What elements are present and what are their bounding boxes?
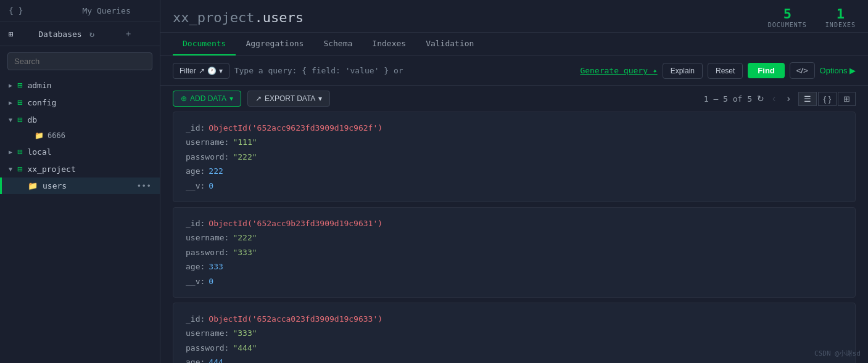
db-icon-db: ⊞ bbox=[17, 115, 22, 124]
tab-validation[interactable]: Validation bbox=[416, 33, 484, 55]
refresh-button[interactable]: ↻ bbox=[757, 94, 764, 104]
db-name-xx-project: xx_project bbox=[27, 165, 75, 174]
field-key-password-2: password: bbox=[186, 245, 229, 259]
add-data-button[interactable]: ⊕ ADD DATA ▾ bbox=[173, 91, 241, 107]
document-card-1: _id: ObjectId('652acc9623fd3909d19c962f'… bbox=[173, 112, 856, 202]
export-data-button[interactable]: ↗ EXPORT DATA ▾ bbox=[247, 91, 330, 107]
db-name-local: local bbox=[27, 147, 51, 157]
collection-name-6666: 6666 bbox=[48, 131, 65, 140]
refresh-databases-btn[interactable]: ↻ bbox=[87, 28, 117, 40]
table-view-button[interactable]: ⊞ bbox=[838, 92, 856, 106]
stats-area: 5 DOCUMENTS 1 INDEXES bbox=[768, 6, 856, 28]
find-button[interactable]: Find bbox=[748, 63, 784, 78]
field-age-2: age: 333 bbox=[186, 259, 843, 274]
db-icon-local: ⊞ bbox=[17, 147, 22, 157]
next-page-button[interactable]: › bbox=[783, 92, 793, 105]
db-name-admin: admin bbox=[27, 81, 51, 90]
explain-button[interactable]: Explain bbox=[663, 63, 703, 79]
field-password-2: password: "333" bbox=[186, 245, 843, 259]
actions-bar: ⊕ ADD DATA ▾ ↗ EXPORT DATA ▾ 1 – 5 of 5 … bbox=[160, 86, 868, 112]
field-age-3: age: 444 bbox=[186, 355, 843, 363]
title-separator: . bbox=[254, 10, 262, 25]
watermark: CSDN @小谢sd bbox=[814, 349, 861, 358]
field-key-age-1: age: bbox=[186, 164, 205, 178]
field-id-1: _id: ObjectId('652acc9623fd3909d19c962f'… bbox=[186, 121, 843, 135]
main-content: xx_project.users 5 DOCUMENTS 1 INDEXES D… bbox=[160, 0, 868, 363]
collection-name-users: users bbox=[43, 181, 67, 190]
query-input[interactable] bbox=[234, 66, 576, 75]
tab-indexes[interactable]: Indexes bbox=[362, 33, 416, 55]
field-key-id-2: _id: bbox=[186, 216, 205, 230]
field-val-id-1: ObjectId('652acc9623fd3909d19c962f') bbox=[209, 121, 382, 135]
add-data-label: ADD DATA bbox=[190, 94, 226, 103]
generate-query-link[interactable]: Generate query ✦ bbox=[580, 66, 657, 75]
query-toolbar: Filter ↗ 🕐 ▾ Generate query ✦ Explain Re… bbox=[160, 56, 868, 86]
db-icon-xx-project: ⊞ bbox=[17, 164, 22, 174]
list-view-button[interactable]: ☰ bbox=[798, 92, 817, 106]
top-bar: xx_project.users 5 DOCUMENTS 1 INDEXES bbox=[160, 0, 868, 33]
brace-view-button[interactable]: { } bbox=[818, 92, 837, 106]
field-val-age-3: 444 bbox=[209, 355, 223, 363]
collapse-arrow-config: ▶ bbox=[9, 99, 12, 106]
document-card-3: _id: ObjectId('652acca023fd3909d19c9633'… bbox=[173, 303, 856, 363]
databases-header: ⊞ Databases ↻ ＋ bbox=[0, 22, 160, 46]
field-key-username-3: username: bbox=[186, 326, 229, 340]
prev-page-button[interactable]: ‹ bbox=[769, 92, 779, 105]
field-key-password-3: password: bbox=[186, 341, 229, 355]
field-key-age-2: age: bbox=[186, 259, 205, 274]
filter-chevron-icon: ▾ bbox=[219, 67, 223, 75]
field-val-password-2: "333" bbox=[233, 245, 257, 259]
field-val-username-1: "111" bbox=[233, 135, 257, 149]
collection-users-menu[interactable]: ••• bbox=[137, 181, 151, 190]
coll-name-title: users bbox=[263, 10, 304, 25]
field-id-3: _id: ObjectId('652acca023fd3909d19c9633'… bbox=[186, 312, 843, 326]
queries-icon: { } bbox=[9, 6, 78, 15]
tabs-bar: Documents Aggregations Schema Indexes Va… bbox=[160, 33, 868, 56]
field-val-username-2: "222" bbox=[233, 230, 257, 245]
folder-icon-users: 📁 bbox=[28, 181, 38, 190]
field-password-3: password: "444" bbox=[186, 341, 843, 355]
sidebar-item-xx-project[interactable]: ▼ ⊞ xx_project bbox=[0, 160, 160, 177]
view-toggle: ☰ { } ⊞ bbox=[798, 92, 856, 106]
field-username-2: username: "222" bbox=[186, 230, 843, 245]
folder-icon-6666: 📁 bbox=[35, 131, 44, 140]
sidebar: { } My Queries ⊞ Databases ↻ ＋ ▶ ⊞ admin… bbox=[0, 0, 160, 363]
collapse-arrow-local: ▶ bbox=[9, 149, 12, 155]
field-key-username-1: username: bbox=[186, 135, 229, 149]
db-name-db: db bbox=[27, 115, 37, 124]
field-key-v-1: __v: bbox=[186, 179, 205, 193]
documents-stat: 5 DOCUMENTS bbox=[768, 6, 807, 28]
collapse-arrow-xx-project: ▼ bbox=[9, 166, 12, 173]
sidebar-item-admin[interactable]: ▶ ⊞ admin bbox=[0, 76, 160, 94]
code-button[interactable]: </> bbox=[790, 62, 815, 79]
field-key-id-1: _id: bbox=[186, 121, 205, 135]
reset-button[interactable]: Reset bbox=[708, 63, 743, 79]
add-database-btn[interactable]: ＋ bbox=[122, 27, 151, 41]
tab-aggregations[interactable]: Aggregations bbox=[236, 33, 313, 55]
tab-documents[interactable]: Documents bbox=[173, 33, 236, 55]
collection-users[interactable]: 📁 users ••• bbox=[0, 177, 160, 194]
sidebar-item-db[interactable]: ▼ ⊞ db bbox=[0, 111, 160, 128]
db-name-config: config bbox=[27, 98, 56, 107]
field-username-1: username: "111" bbox=[186, 135, 843, 149]
export-data-label: EXPORT DATA bbox=[265, 94, 315, 103]
filter-button[interactable]: Filter ↗ 🕐 ▾ bbox=[173, 63, 229, 79]
filter-external-icon: ↗ bbox=[199, 67, 205, 75]
search-input[interactable] bbox=[7, 52, 152, 70]
collapse-arrow-admin: ▶ bbox=[9, 82, 12, 89]
plus-icon: ⊕ bbox=[181, 94, 187, 103]
field-val-v-1: 0 bbox=[209, 179, 213, 193]
sidebar-item-local[interactable]: ▶ ⊞ local bbox=[0, 143, 160, 160]
databases-label: Databases bbox=[38, 30, 81, 39]
sidebar-item-config[interactable]: ▶ ⊞ config bbox=[0, 94, 160, 111]
field-val-password-1: "222" bbox=[233, 150, 257, 164]
collection-6666[interactable]: 📁 6666 bbox=[0, 128, 160, 143]
export-icon: ↗ bbox=[255, 94, 262, 103]
tab-schema[interactable]: Schema bbox=[313, 33, 362, 55]
options-button[interactable]: Options ▶ bbox=[820, 66, 856, 75]
db-icon: ⊞ bbox=[9, 30, 33, 39]
filter-clock-icon: 🕐 bbox=[207, 67, 217, 75]
pagination-text: 1 – 5 of 5 bbox=[704, 94, 752, 104]
field-val-id-2: ObjectId('652acc9b23fd3909d19c9631') bbox=[209, 216, 382, 230]
field-password-1: password: "222" bbox=[186, 150, 843, 164]
